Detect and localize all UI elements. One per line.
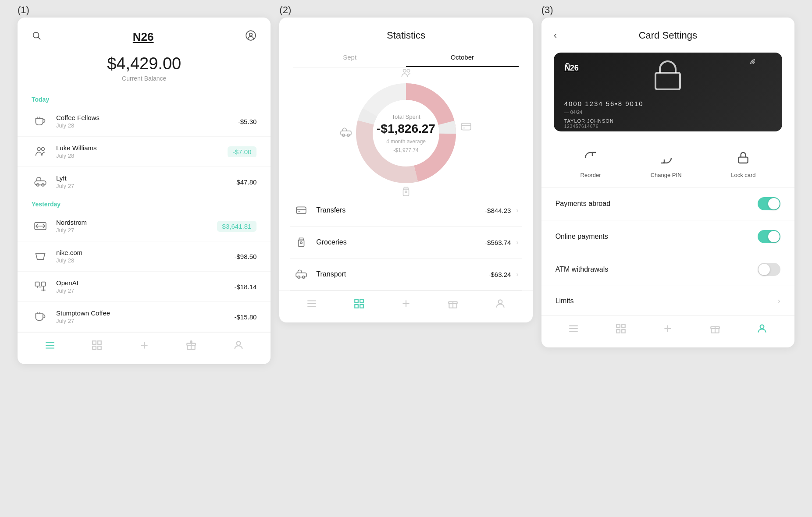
screen2: Statistics Sept October <box>279 18 532 322</box>
statistics-title: Statistics <box>293 30 518 41</box>
yesterday-label: Yesterday <box>18 197 271 211</box>
nav-grid-icon[interactable] <box>91 340 103 354</box>
stumptown-amount: -$15.80 <box>234 313 256 321</box>
s2-nav-grid-icon[interactable] <box>353 298 365 312</box>
s3-nav-user-icon[interactable] <box>756 323 768 337</box>
tab-sept[interactable]: Sept <box>293 48 406 67</box>
luke-williams-amount: -$7.00 <box>228 146 257 157</box>
reorder-button[interactable]: Reorder <box>580 147 601 178</box>
s2-nav-add-icon[interactable] <box>400 298 412 312</box>
nav-gift-icon[interactable] <box>185 340 197 354</box>
s2-nav-feed-icon[interactable] <box>306 298 317 312</box>
transfers-icon <box>293 202 309 218</box>
luke-williams-icon <box>32 143 49 160</box>
screen1-label: (1) <box>18 4 29 16</box>
nike-amount: -$98.50 <box>234 253 256 260</box>
reorder-icon <box>580 147 601 168</box>
nike-info: nike.com July 28 <box>56 249 234 264</box>
avg-label: 4 month average <box>377 138 435 145</box>
tab-october[interactable]: October <box>406 48 519 67</box>
nav-add-icon[interactable] <box>139 340 150 354</box>
svg-rect-32 <box>403 189 409 196</box>
online-payments-toggle[interactable] <box>758 230 780 243</box>
lyft-info: Lyft July 27 <box>56 174 236 189</box>
svg-rect-66 <box>622 324 625 328</box>
openai-name: OpenAI <box>56 279 234 287</box>
total-spent-amount: -$1,826.27 <box>377 122 435 136</box>
luke-williams-date: July 28 <box>56 152 228 159</box>
avg-amount: -$1,977.74 <box>377 147 435 153</box>
balance-label: Current Balance <box>18 75 271 82</box>
coffee-fellows-amount: -$5.30 <box>238 118 257 125</box>
svg-point-44 <box>300 242 302 244</box>
s1-header: N26 <box>18 18 271 51</box>
stumptown-name: Stumptown Coffee <box>56 309 234 317</box>
payments-abroad-toggle[interactable] <box>758 197 780 210</box>
card-number: 4000 1234 56•8 9010 <box>564 100 644 107</box>
card-settings-title: Card Settings <box>639 30 697 41</box>
screen3: ‹ Card Settings N̄26 <box>541 18 794 347</box>
donut-center: Total Spent -$1,826.27 4 month average -… <box>377 113 435 153</box>
transfers-chevron: › <box>516 206 518 214</box>
transaction-luke-williams[interactable]: Luke Williams July 28 -$7.00 <box>18 137 271 167</box>
lyft-amount: $47.80 <box>236 178 256 186</box>
nordstrom-amount: $3,641.81 <box>217 221 257 232</box>
toggle-payments-abroad: Payments abroad <box>541 188 794 220</box>
groceries-chevron: › <box>516 238 518 246</box>
payments-abroad-label: Payments abroad <box>556 200 610 208</box>
transport-chevron: › <box>516 270 518 278</box>
search-icon[interactable] <box>32 31 41 43</box>
category-groceries[interactable]: Groceries -$563.74 › <box>290 227 522 258</box>
total-spent-label: Total Spent <box>377 113 435 120</box>
category-list: Transfers -$844.23 › Groceries -$563.74 <box>279 195 532 290</box>
s2-nav-gift-icon[interactable] <box>447 298 459 312</box>
transfers-label: Transfers <box>316 206 485 214</box>
svg-rect-61 <box>739 157 748 163</box>
nav-user-icon[interactable] <box>233 340 244 354</box>
s2-header: Statistics Sept October <box>279 18 532 67</box>
balance-section: $4,429.00 Current Balance <box>18 51 271 92</box>
limits-row[interactable]: Limits › <box>541 286 794 315</box>
lock-card-icon <box>733 147 754 168</box>
transaction-stumptown[interactable]: Stumptown Coffee July 27 -$15.80 <box>18 302 271 332</box>
groceries-label: Groceries <box>316 238 485 246</box>
donut-section: Total Spent -$1,826.27 4 month average -… <box>279 67 532 195</box>
s2-nav-user-icon[interactable] <box>495 298 506 312</box>
transaction-nike[interactable]: nike.com July 28 -$98.50 <box>18 241 271 272</box>
category-transport[interactable]: Transport -$63.24 › <box>290 258 522 290</box>
change-pin-label: Change PIN <box>651 172 682 178</box>
svg-rect-11 <box>41 282 45 286</box>
lock-card-button[interactable]: Lock card <box>731 147 755 178</box>
luke-williams-name: Luke Williams <box>56 144 228 152</box>
category-transfers[interactable]: Transfers -$844.23 › <box>290 195 522 227</box>
avatar-icon[interactable] <box>245 30 256 44</box>
s3-nav-grid-icon[interactable] <box>615 323 627 337</box>
card-holder-name: TAYLOR JOHNSON <box>564 118 614 124</box>
transaction-nordstrom[interactable]: Nordstrom July 27 $3,641.81 <box>18 211 271 241</box>
transaction-coffee-fellows[interactable]: Coffee Fellows July 28 -$5.30 <box>18 106 271 137</box>
transaction-lyft[interactable]: Lyft July 27 $47.80 <box>18 167 271 197</box>
stumptown-date: July 27 <box>56 318 234 324</box>
groceries-icon <box>293 234 309 250</box>
openai-info: OpenAI July 27 <box>56 279 234 294</box>
s3-nav-feed-icon[interactable] <box>568 323 579 337</box>
svg-point-59 <box>499 300 502 304</box>
s3-nav-gift-icon[interactable] <box>709 323 721 337</box>
s1-bottom-nav <box>18 332 271 364</box>
svg-rect-68 <box>622 329 625 333</box>
lock-card-label: Lock card <box>731 172 755 178</box>
svg-line-1 <box>38 37 40 39</box>
s3-nav-add-icon[interactable] <box>662 323 673 337</box>
card-actions: Reorder Change PIN <box>541 140 794 187</box>
nav-feed-icon[interactable] <box>44 340 56 354</box>
atm-withdrawals-toggle[interactable] <box>758 263 780 276</box>
back-button[interactable]: ‹ <box>554 30 557 41</box>
transport-icon <box>293 266 309 282</box>
limits-label: Limits <box>556 297 574 305</box>
stumptown-icon <box>32 308 49 326</box>
s3-header: ‹ Card Settings <box>541 18 794 48</box>
change-pin-button[interactable]: Change PIN <box>651 147 682 178</box>
transaction-openai[interactable]: OpenAI July 27 -$18.14 <box>18 272 271 302</box>
nordstrom-name: Nordstrom <box>56 219 217 226</box>
svg-rect-65 <box>616 324 620 328</box>
